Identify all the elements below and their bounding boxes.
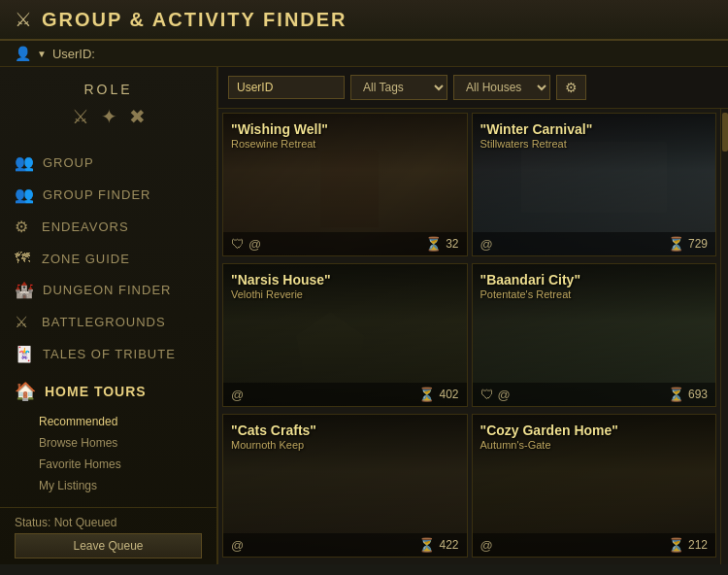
main-layout: ROLE ⚔ ✦ ✖ 👥 GROUP 👥 GROUP FINDER ⚙ ENDE… — [0, 67, 728, 564]
home-tours-submenu: Recommended Browse Homes Favorite Homes … — [0, 409, 216, 498]
home-card-cats-crafts[interactable]: "Cats Crafts" Mournoth Keep @ ⏳ 422 — [222, 414, 468, 558]
sidebar-item-home-tours-label: HOME TOURS — [45, 384, 147, 399]
header-title: GROUP & ACTIVITY FINDER — [42, 9, 347, 31]
sidebar-item-zone-guide[interactable]: 🗺 ZONE GUIDE — [0, 243, 216, 274]
filter-bar: All Tags Featured New All Houses Small M… — [218, 67, 728, 109]
sub-item-my-listings[interactable]: My Listings — [0, 475, 216, 496]
home-subtitle-cozy-garden: Autumn's-Gate — [480, 439, 709, 451]
user-id-label: UserID: — [52, 47, 95, 61]
sub-item-browse-homes[interactable]: Browse Homes — [0, 432, 216, 454]
sidebar-item-battlegrounds-label: BATTLEGROUNDS — [42, 315, 166, 329]
home-subtitle-baandari-city: Potentate's Retreat — [480, 288, 709, 300]
role-heal-icon[interactable]: ✦ — [101, 105, 117, 128]
hourglass-icon: ⏳ — [425, 236, 442, 252]
hourglass-icon: ⏳ — [668, 236, 684, 252]
home-subtitle-wishing-well: Rosewine Retreat — [231, 138, 459, 150]
home-subtitle-narsis-house: Velothi Reverie — [231, 288, 459, 300]
at-badge-icon: @ — [248, 237, 261, 252]
home-footer-winter-carnival: @ ⏳ 729 — [473, 232, 716, 255]
home-visit-count-winter-carnival: ⏳ 729 — [668, 236, 708, 252]
home-card-baandari-city[interactable]: "Baandari City" Potentate's Retreat 🛡@ ⏳… — [472, 263, 717, 407]
group-icon: 👥 — [15, 153, 35, 172]
zone-guide-icon: 🗺 — [15, 250, 34, 267]
grid-container: "Wishing Well" Rosewine Retreat 🛡@ ⏳ 32 … — [218, 109, 728, 564]
header-icon: ⚔ — [15, 8, 32, 31]
at-badge-icon: @ — [231, 538, 244, 553]
home-subtitle-winter-carnival: Stillwaters Retreat — [480, 138, 709, 150]
home-footer-narsis-house: @ ⏳ 402 — [223, 383, 467, 406]
sub-item-recommended[interactable]: Recommended — [0, 411, 216, 432]
home-badges: 🛡@ — [231, 236, 261, 252]
sidebar-item-endeavors[interactable]: ⚙ ENDEAVORS — [0, 211, 216, 243]
sidebar-item-group-label: GROUP — [43, 155, 94, 170]
hourglass-icon: ⏳ — [418, 387, 435, 402]
sidebar-item-group-finder[interactable]: 👥 GROUP FINDER — [0, 179, 216, 211]
sidebar-item-dungeon-finder[interactable]: 🏰 DUNGEON FINDER — [0, 274, 216, 306]
sidebar-item-tales-label: TALES OF TRIBUTE — [43, 347, 176, 361]
role-tank-icon[interactable]: ✖ — [129, 105, 146, 128]
home-visit-count-wishing-well: ⏳ 32 — [425, 236, 458, 252]
home-badges: @ — [480, 538, 493, 553]
at-badge-icon: @ — [480, 538, 493, 553]
scroll-thumb[interactable] — [722, 113, 728, 152]
tags-filter-select[interactable]: All Tags Featured New — [350, 75, 447, 100]
sidebar-item-zone-guide-label: ZONE GUIDE — [42, 252, 130, 266]
visit-number: 212 — [688, 538, 708, 552]
sidebar-item-group[interactable]: 👥 GROUP — [0, 147, 216, 179]
houses-filter-select[interactable]: All Houses Small Medium Large Manor Apar… — [453, 75, 550, 100]
at-badge-icon: @ — [498, 388, 511, 402]
home-card-cozy-garden[interactable]: "Cozy Garden Home" Autumn's-Gate @ ⏳ 212 — [472, 414, 717, 558]
sidebar-item-home-tours[interactable]: 🏠 HOME TOURS — [0, 374, 216, 409]
visit-number: 422 — [439, 538, 458, 552]
hourglass-icon: ⏳ — [668, 387, 684, 402]
home-info-cats-crafts: "Cats Crafts" Mournoth Keep — [223, 415, 467, 455]
filter-settings-button[interactable]: ⚙ — [556, 75, 586, 100]
app-header: ⚔ GROUP & ACTIVITY FINDER — [0, 0, 728, 41]
home-card-narsis-house[interactable]: "Narsis House" Velothi Reverie @ ⏳ 402 — [222, 263, 468, 407]
home-card-winter-carnival[interactable]: "Winter Carnival" Stillwaters Retreat @ … — [472, 113, 717, 256]
shield-badge-icon: 🛡 — [480, 387, 494, 402]
sidebar-item-group-finder-label: GROUP FINDER — [43, 187, 150, 202]
at-badge-icon: @ — [480, 237, 493, 252]
dungeon-finder-icon: 🏰 — [15, 281, 35, 299]
home-name-narsis-house: "Narsis House" — [231, 272, 459, 288]
sidebar-item-battlegrounds[interactable]: ⚔ BATTLEGROUNDS — [0, 306, 216, 338]
status-value: Not Queued — [54, 516, 117, 529]
at-badge-icon: @ — [231, 388, 244, 402]
role-attack-icon[interactable]: ⚔ — [72, 105, 89, 128]
home-badges: 🛡@ — [480, 387, 511, 402]
content-area: All Tags Featured New All Houses Small M… — [218, 67, 728, 564]
home-visit-count-baandari-city: ⏳ 693 — [668, 387, 708, 402]
role-title: ROLE — [10, 82, 207, 97]
leave-queue-button[interactable]: Leave Queue — [15, 533, 202, 558]
userid-search-input[interactable] — [228, 76, 345, 99]
status-bar: Status: Not Queued Leave Queue — [0, 507, 216, 564]
home-name-baandari-city: "Baandari City" — [480, 272, 709, 288]
tales-icon: 🃏 — [15, 345, 35, 363]
home-card-wishing-well[interactable]: "Wishing Well" Rosewine Retreat 🛡@ ⏳ 32 — [222, 113, 468, 256]
scrollbar[interactable] — [720, 109, 728, 564]
homes-grid: "Wishing Well" Rosewine Retreat 🛡@ ⏳ 32 … — [218, 109, 720, 564]
home-visit-count-narsis-house: ⏳ 402 — [418, 387, 458, 402]
home-info-wishing-well: "Wishing Well" Rosewine Retreat — [223, 114, 467, 153]
home-footer-cozy-garden: @ ⏳ 212 — [473, 533, 716, 557]
home-info-winter-carnival: "Winter Carnival" Stillwaters Retreat — [473, 114, 716, 153]
home-badges: @ — [231, 538, 244, 553]
user-person-icon: 👤 — [15, 46, 31, 61]
home-footer-wishing-well: 🛡@ ⏳ 32 — [223, 232, 467, 255]
home-tours-section: 🏠 HOME TOURS Recommended Browse Homes Fa… — [0, 370, 216, 502]
sidebar-item-endeavors-label: ENDEAVORS — [42, 220, 129, 234]
home-footer-baandari-city: 🛡@ ⏳ 693 — [473, 383, 716, 406]
home-subtitle-cats-crafts: Mournoth Keep — [231, 439, 459, 451]
sidebar-item-tales-of-tribute[interactable]: 🃏 TALES OF TRIBUTE — [0, 338, 216, 370]
sub-item-favorite-homes[interactable]: Favorite Homes — [0, 454, 216, 475]
hourglass-icon: ⏳ — [668, 537, 684, 553]
user-dropdown-arrow[interactable]: ▼ — [37, 49, 47, 59]
home-tours-icon: 🏠 — [15, 381, 37, 402]
user-row: 👤 ▼ UserID: — [0, 41, 728, 67]
sidebar-item-dungeon-finder-label: DUNGEON FINDER — [43, 283, 171, 297]
home-visit-count-cozy-garden: ⏳ 212 — [668, 537, 708, 553]
sidebar: ROLE ⚔ ✦ ✖ 👥 GROUP 👥 GROUP FINDER ⚙ ENDE… — [0, 67, 218, 564]
status-label: Status: — [15, 516, 50, 529]
home-visit-count-cats-crafts: ⏳ 422 — [418, 537, 458, 553]
